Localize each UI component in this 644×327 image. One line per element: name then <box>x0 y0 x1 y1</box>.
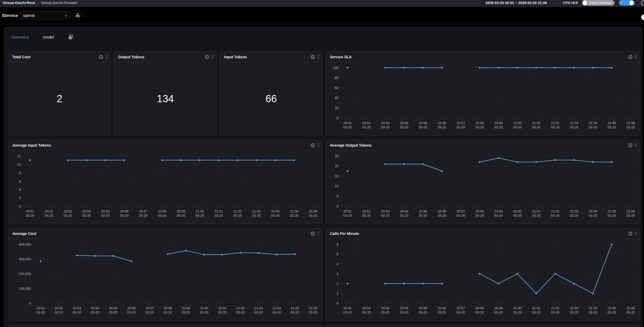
svg-text:20:57: 20:57 <box>139 210 147 213</box>
kebab-menu-icon[interactable] <box>318 231 319 236</box>
svg-text:20:56: 20:56 <box>438 121 446 125</box>
tab-model[interactable]: model <box>43 35 54 40</box>
panel-title: Average Cost <box>12 231 36 236</box>
svg-text:20:58: 20:58 <box>476 306 484 310</box>
svg-text:20:51: 20:51 <box>343 210 352 213</box>
info-icon[interactable] <box>628 143 633 147</box>
svg-text:21:04: 21:04 <box>272 306 281 310</box>
info-icon[interactable] <box>99 55 103 59</box>
svg-text:21:01: 21:01 <box>218 306 226 310</box>
svg-text:03-20: 03-20 <box>494 214 503 218</box>
kebab-menu-icon[interactable] <box>106 55 107 59</box>
svg-text:20:59: 20:59 <box>182 306 190 310</box>
calls-per-minute-panel: Calls Per Minute 012345620:5103-2020:520… <box>326 228 640 321</box>
dark-mode-toggle[interactable]: ☾ <box>619 0 634 6</box>
svg-text:03-20: 03-20 <box>73 311 81 314</box>
svg-text:03-20: 03-20 <box>218 311 226 314</box>
sitemap-icon <box>75 13 80 18</box>
svg-text:21:04: 21:04 <box>589 210 597 213</box>
cold-excluded-toggle[interactable]: Cold Excluded <box>582 0 615 6</box>
svg-text:0: 0 <box>19 205 21 208</box>
svg-text:20:53: 20:53 <box>381 121 390 125</box>
svg-text:12: 12 <box>17 154 21 158</box>
svg-text:20:58: 20:58 <box>164 306 172 310</box>
panel-header: Output Tokens <box>114 52 216 62</box>
service-select-value: openai <box>23 13 35 18</box>
svg-text:03-20: 03-20 <box>36 311 45 314</box>
svg-text:21:00: 21:00 <box>200 306 208 310</box>
svg-text:0: 0 <box>29 302 31 305</box>
panel-title: Service SLA <box>330 55 352 59</box>
info-icon[interactable] <box>311 231 315 236</box>
kebab-menu-icon[interactable] <box>635 143 637 147</box>
svg-text:20:56: 20:56 <box>438 306 446 310</box>
chevron-down-icon <box>64 14 68 17</box>
svg-text:20:53: 20:53 <box>381 306 390 310</box>
stat-value: 2 <box>9 62 110 135</box>
svg-text:03-20: 03-20 <box>475 214 484 218</box>
svg-text:20:52: 20:52 <box>362 306 371 310</box>
svg-text:20:55: 20:55 <box>419 306 427 310</box>
svg-text:5: 5 <box>337 195 338 198</box>
copy-pages-icon[interactable] <box>68 34 74 40</box>
svg-text:03-20: 03-20 <box>419 214 427 218</box>
breadcrumb-current[interactable]: Virtual-GenAI-Provider <box>41 1 78 5</box>
total-cost-panel: Total Cost 2 <box>8 51 111 136</box>
svg-text:03-20: 03-20 <box>233 214 242 218</box>
svg-text:5: 5 <box>337 252 338 256</box>
svg-text:03-20: 03-20 <box>177 214 185 218</box>
service-select[interactable]: openai <box>20 11 71 20</box>
svg-text:03-20: 03-20 <box>271 214 280 218</box>
svg-text:21:02: 21:02 <box>551 121 559 125</box>
kebab-menu-icon[interactable] <box>635 231 637 236</box>
svg-text:21:06: 21:06 <box>626 210 635 213</box>
info-icon[interactable] <box>311 55 315 59</box>
info-icon[interactable] <box>311 143 315 147</box>
svg-text:100: 100 <box>333 66 338 70</box>
svg-text:10: 10 <box>335 184 338 188</box>
service-sla-chart[interactable]: 02040608010020:5103-2020:5203-2020:5303-… <box>326 62 640 135</box>
svg-text:21:05: 21:05 <box>291 306 299 310</box>
svg-text:60: 60 <box>335 86 338 90</box>
kebab-menu-icon[interactable] <box>318 55 319 59</box>
info-icon[interactable] <box>628 231 633 236</box>
average-input-tokens-chart[interactable]: 02468101220:5103-2020:5203-2020:5303-202… <box>9 151 322 224</box>
info-icon[interactable] <box>628 55 633 59</box>
kebab-menu-icon[interactable] <box>212 55 213 59</box>
kebab-menu-icon[interactable] <box>635 55 637 59</box>
svg-text:03-20: 03-20 <box>570 214 578 218</box>
svg-text:21:02: 21:02 <box>551 306 559 310</box>
top-navigation-bar: Virtual-GenAI-Root › Virtual-GenAI-Provi… <box>0 0 644 7</box>
svg-text:03-20: 03-20 <box>214 214 223 218</box>
timezone-selector[interactable]: UTC+8:0 <box>563 1 578 5</box>
topology-button[interactable] <box>73 11 83 20</box>
service-sla-panel: Service SLA 02040608010020:5103-2020:520… <box>326 51 640 136</box>
svg-text:03-20: 03-20 <box>91 311 99 314</box>
breadcrumb-root[interactable]: Virtual-GenAI-Root <box>3 1 35 5</box>
svg-text:21:00: 21:00 <box>513 210 522 213</box>
svg-text:03-20: 03-20 <box>195 214 204 218</box>
svg-text:21:06: 21:06 <box>309 306 317 310</box>
svg-text:03-20: 03-20 <box>607 311 616 314</box>
svg-text:21:00: 21:00 <box>196 210 204 213</box>
info-icon[interactable] <box>205 55 209 59</box>
kebab-menu-icon[interactable] <box>318 143 319 147</box>
service-variable-label: $Service <box>2 13 18 18</box>
tab-overview[interactable]: Overview <box>11 35 29 40</box>
panel-title: Calls Per Minute <box>330 231 359 236</box>
partial-panel-left <box>8 325 322 327</box>
average-output-tokens-chart[interactable]: 051015202520:5103-2020:5203-2020:5303-20… <box>326 151 640 224</box>
svg-text:03-20: 03-20 <box>589 126 597 129</box>
svg-text:21:01: 21:01 <box>532 306 540 310</box>
svg-text:20:53: 20:53 <box>64 210 72 213</box>
average-output-tokens-panel: Average Output Tokens 051015202520:5103-… <box>326 140 640 224</box>
svg-text:15: 15 <box>335 174 338 178</box>
svg-text:21:01: 21:01 <box>532 121 540 125</box>
svg-text:03-20: 03-20 <box>589 311 597 314</box>
svg-text:03-20: 03-20 <box>272 311 281 314</box>
svg-text:03-20: 03-20 <box>362 311 371 314</box>
average-cost-chart[interactable]: 0100,000200,000300,000400,00020:5103-202… <box>9 239 322 321</box>
svg-text:3: 3 <box>337 272 338 276</box>
time-range-picker[interactable]: 2026-03-20 20:51 ~ 2026-03-20 21:06 <box>485 1 547 5</box>
calls-per-minute-chart[interactable]: 012345620:5103-2020:5203-2020:5303-2020:… <box>326 239 640 321</box>
